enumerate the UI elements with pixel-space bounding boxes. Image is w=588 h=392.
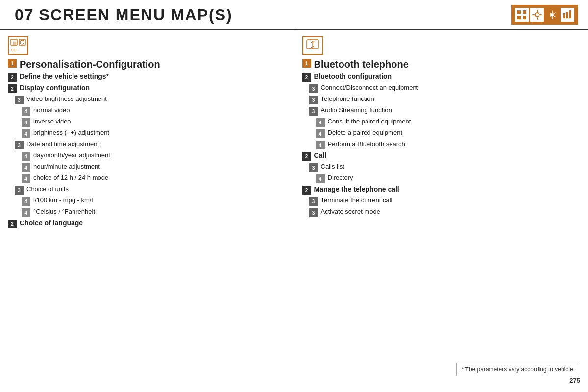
level-badge: 4 — [316, 141, 325, 149]
page-number: 275 — [569, 377, 580, 384]
list-item: 3Connect/Disconnect an equipment — [309, 83, 581, 93]
item-label: Connect/Disconnect an equipment — [321, 83, 418, 92]
item-label: Manage the telephone call — [314, 185, 399, 195]
level-badge: 2 — [8, 220, 17, 228]
item-label: Audio Streaming function — [321, 106, 392, 115]
list-item: 2Manage the telephone call — [302, 185, 581, 195]
item-label: Call — [314, 151, 327, 161]
list-item: 4Directory — [316, 173, 581, 183]
svg-rect-2 — [517, 16, 521, 19]
svg-text:▤: ▤ — [13, 41, 17, 45]
chapter-number: 07 — [15, 6, 34, 24]
level-badge: 4 — [316, 118, 325, 127]
list-item: 4brightness (- +) adjustment — [22, 128, 286, 138]
left-section-icon: ▤ CD — [8, 36, 28, 55]
list-item: 3Choice of units — [15, 185, 286, 195]
list-item: 3Activate secret mode — [309, 207, 581, 217]
audio-icon — [561, 8, 574, 22]
settings-icon — [530, 8, 544, 22]
item-label: Perform a Bluetooth search — [328, 140, 405, 148]
list-item: 4l/100 km - mpg - km/l — [22, 196, 286, 206]
level-badge: 4 — [316, 129, 325, 138]
list-item: 3Calls list — [309, 162, 581, 172]
svg-rect-0 — [517, 10, 521, 14]
item-label: Define the vehicle settings* — [20, 72, 109, 82]
left-items-container: 2Define the vehicle settings*2Display co… — [8, 72, 286, 228]
item-label: Choice of language — [20, 219, 83, 228]
level-badge: 4 — [316, 174, 325, 183]
level-badge: 3 — [309, 163, 318, 172]
list-item: 2Display configuration — [8, 83, 286, 93]
list-item: 2Bluetooth configuration — [302, 72, 581, 82]
level-badge: 4 — [22, 208, 30, 217]
item-label: Terminate the current call — [321, 196, 392, 205]
svg-point-11 — [20, 40, 24, 44]
list-item: 3Video brightness adjustment — [15, 95, 286, 104]
level-badge: 4 — [22, 197, 30, 206]
item-label: Display configuration — [20, 83, 90, 93]
badge-level1-right: 1 — [302, 59, 311, 68]
item-label: inverse video — [33, 117, 71, 126]
item-label: Telephone function — [321, 95, 374, 103]
item-label: hour/minute adjustment — [33, 162, 100, 171]
left-section-title-item: 1 Personalisation-Configuration — [8, 58, 286, 71]
item-label: l/100 km - mpg - km/l — [33, 196, 93, 205]
svg-rect-7 — [569, 10, 571, 18]
level-badge: 2 — [302, 186, 311, 195]
level-badge: 2 — [302, 152, 311, 161]
right-items-container: 2Bluetooth configuration3Connect/Disconn… — [302, 72, 581, 217]
level-badge: 3 — [15, 186, 24, 195]
list-item: 4Delete a paired equipment — [316, 128, 581, 138]
list-item: 3Date and time adjustment — [15, 140, 286, 149]
right-section-title-item: 1 Bluetooth telephone — [302, 58, 581, 71]
level-badge: 4 — [22, 174, 30, 183]
chapter-title: 07 SCREEN MENU MAP(S) — [15, 6, 233, 24]
svg-rect-1 — [523, 10, 526, 14]
list-item: 2Call — [302, 151, 581, 161]
item-label: °Celsius / °Fahrenheit — [33, 207, 95, 216]
list-item: 4hour/minute adjustment — [22, 162, 286, 172]
list-item: 4Consult the paired equipment — [316, 117, 581, 127]
list-item: 4normal video — [22, 106, 286, 116]
item-label: Bluetooth configuration — [314, 72, 392, 82]
item-label: Directory — [328, 173, 353, 182]
list-item: 4choice of 12 h / 24 h mode — [22, 173, 286, 183]
level-badge: 3 — [309, 197, 318, 206]
level-badge: 3 — [309, 107, 318, 116]
list-item: 4day/month/year adjustment — [22, 151, 286, 161]
level-badge: 4 — [22, 163, 30, 172]
level-badge: 3 — [309, 96, 318, 104]
svg-rect-3 — [523, 16, 526, 19]
level-badge: 3 — [15, 96, 24, 104]
svg-text:CD: CD — [11, 48, 17, 52]
left-section-title: Personalisation-Configuration — [20, 58, 160, 71]
list-item: 4inverse video — [22, 117, 286, 127]
item-label: Calls list — [321, 162, 344, 171]
level-badge: 4 — [22, 152, 30, 161]
item-label: brightness (- +) adjustment — [33, 128, 109, 137]
level-badge: 2 — [8, 84, 17, 93]
level-badge: 4 — [22, 118, 30, 127]
item-label: day/month/year adjustment — [33, 151, 110, 160]
level-badge: 4 — [22, 129, 30, 138]
list-item: 4°Celsius / °Fahrenheit — [22, 207, 286, 217]
item-label: Video brightness adjustment — [26, 95, 107, 103]
left-panel: ▤ CD 1 Personalisation-Configuration 2De… — [0, 30, 294, 388]
main-content: ▤ CD 1 Personalisation-Configuration 2De… — [0, 30, 588, 388]
list-item: 4Perform a Bluetooth search — [316, 140, 581, 149]
item-label: Choice of units — [26, 185, 69, 194]
list-item: 3Audio Streaming function — [309, 106, 581, 116]
level-badge: 4 — [22, 107, 30, 116]
list-item: 3Terminate the current call — [309, 196, 581, 206]
right-panel: 1 Bluetooth telephone 2Bluetooth configu… — [294, 30, 588, 388]
svg-rect-5 — [564, 13, 565, 18]
svg-rect-6 — [566, 12, 568, 18]
chapter-title-text: SCREEN MENU MAP(S) — [39, 6, 233, 24]
level-badge: 3 — [15, 141, 24, 149]
svg-point-4 — [535, 13, 539, 17]
item-label: Activate secret mode — [321, 207, 380, 216]
level-badge: 2 — [302, 73, 311, 82]
list-item: 3Telephone function — [309, 95, 581, 104]
list-item: 2Choice of language — [8, 219, 286, 228]
level-badge: 2 — [8, 73, 17, 82]
